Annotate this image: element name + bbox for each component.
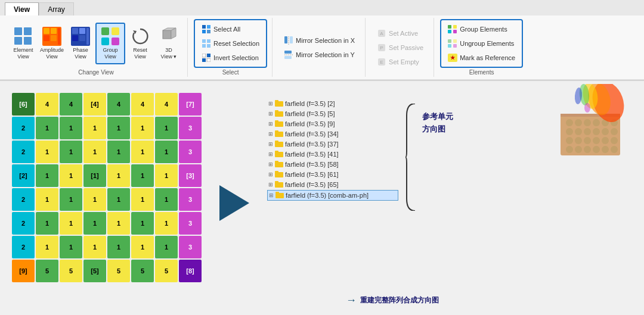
grid-cell[interactable]: 1 <box>131 188 154 211</box>
grid-cell[interactable]: 1 <box>60 188 82 211</box>
element-view-button[interactable]: ElementView <box>10 23 37 64</box>
grid-cell[interactable]: 1 <box>36 164 58 187</box>
grid-cell[interactable]: 3 <box>179 188 202 211</box>
3d-view-button[interactable]: 3DView ▾ <box>155 23 182 64</box>
tree-expand-icon[interactable]: ⊞ <box>268 141 273 147</box>
grid-cell[interactable]: 1 <box>83 117 106 139</box>
grid-cell[interactable]: 1 <box>83 188 106 211</box>
grid-cell[interactable]: 1 <box>83 236 106 258</box>
mark-as-reference-button[interactable]: ★ Mark as Reference <box>445 51 518 64</box>
grid-cell[interactable]: 3 <box>179 141 202 163</box>
grid-cell[interactable]: 1 <box>155 236 178 258</box>
grid-cell[interactable]: 1 <box>36 117 58 139</box>
set-passive-button[interactable]: P Set Passive <box>374 41 426 54</box>
grid-cell[interactable]: [6] <box>12 93 35 116</box>
grid-cell[interactable]: 2 <box>12 236 35 258</box>
grid-cell[interactable]: 1 <box>155 188 178 211</box>
grid-cell[interactable]: [4] <box>83 93 106 116</box>
grid-cell[interactable]: 1 <box>60 164 82 187</box>
grid-cell[interactable]: 1 <box>36 188 58 211</box>
grid-cell[interactable]: 1 <box>131 141 154 163</box>
grid-cell[interactable]: 1 <box>36 212 58 235</box>
grid-cell[interactable]: [7] <box>179 93 202 116</box>
tab-array[interactable]: Array <box>39 2 74 15</box>
tree-expand-icon[interactable]: ⊞ <box>268 171 273 177</box>
grid-cell[interactable]: 1 <box>107 212 130 235</box>
grid-cell[interactable]: 1 <box>60 236 82 258</box>
grid-cell[interactable]: 1 <box>155 212 178 235</box>
group-view-button[interactable]: GroupView <box>95 23 125 64</box>
grid-cell[interactable]: 1 <box>83 141 106 163</box>
set-empty-button[interactable]: E Set Empty <box>374 55 426 68</box>
tree-item[interactable]: ⊞ farfield (f=3.5) [comb-am-ph] <box>267 190 398 201</box>
grid-cell[interactable]: 1 <box>155 164 178 187</box>
ungroup-elements-button[interactable]: Ungroup Elements <box>445 37 518 50</box>
grid-cell[interactable]: 5 <box>36 260 58 282</box>
grid-cell[interactable]: 1 <box>131 164 154 187</box>
tree-item[interactable]: ⊞ farfield (f=3.5) [58] <box>267 160 398 169</box>
tree-expand-icon[interactable]: ⊞ <box>269 192 274 198</box>
grid-cell[interactable]: 4 <box>155 93 178 116</box>
tree-expand-icon[interactable]: ⊞ <box>268 161 273 167</box>
grid-cell[interactable]: 4 <box>107 93 130 116</box>
group-elements-button[interactable]: Group Elements <box>445 23 518 36</box>
mirror-y-button[interactable]: Mirror Selection in Y <box>281 48 358 61</box>
grid-cell[interactable]: [8] <box>179 260 202 282</box>
grid-cell[interactable]: 1 <box>60 141 82 163</box>
grid-cell[interactable]: 1 <box>131 117 154 139</box>
grid-cell[interactable]: [3] <box>179 164 202 187</box>
grid-cell[interactable]: 2 <box>12 117 35 139</box>
tree-expand-icon[interactable]: ⊞ <box>268 151 273 157</box>
reset-selection-button[interactable]: Reset Selection <box>199 37 262 50</box>
grid-cell[interactable]: 1 <box>83 212 106 235</box>
set-active-button[interactable]: A Set Active <box>374 27 426 40</box>
tree-item[interactable]: ⊞ farfield (f=3.5) [37] <box>267 139 398 149</box>
grid-cell[interactable]: 2 <box>12 141 35 163</box>
grid-cell[interactable]: 1 <box>60 212 82 235</box>
grid-cell[interactable]: 1 <box>131 236 154 258</box>
grid-cell[interactable]: 5 <box>155 260 178 282</box>
tree-expand-icon[interactable]: ⊞ <box>268 182 273 188</box>
grid-cell[interactable]: 5 <box>60 260 82 282</box>
grid-cell[interactable]: 1 <box>155 141 178 163</box>
tree-item[interactable]: ⊞ farfield (f=3.5) [9] <box>267 119 398 129</box>
grid-cell[interactable]: 1 <box>155 117 178 139</box>
grid-cell[interactable]: 4 <box>36 93 58 116</box>
grid-cell[interactable]: [2] <box>12 164 35 187</box>
tree-expand-icon[interactable]: ⊞ <box>268 121 273 127</box>
grid-cell[interactable]: 1 <box>36 141 58 163</box>
amplitude-view-button[interactable]: AmplitudeView <box>38 23 66 64</box>
tab-view[interactable]: View <box>5 2 39 15</box>
tree-item[interactable]: ⊞ farfield (f=3.5) [5] <box>267 109 398 118</box>
tree-expand-icon[interactable]: ⊞ <box>268 131 273 137</box>
grid-cell[interactable]: 3 <box>179 117 202 139</box>
grid-cell[interactable]: 1 <box>107 141 130 163</box>
grid-cell[interactable]: 3 <box>179 236 202 258</box>
tree-expand-icon[interactable]: ⊞ <box>268 101 273 107</box>
tree-item[interactable]: ⊞ farfield (f=3.5) [34] <box>267 129 398 139</box>
grid-cell[interactable]: 1 <box>107 236 130 258</box>
grid-cell[interactable]: 1 <box>60 117 82 139</box>
grid-cell[interactable]: 2 <box>12 188 35 211</box>
tree-expand-icon[interactable]: ⊞ <box>268 111 273 117</box>
grid-cell[interactable]: 5 <box>131 260 154 282</box>
grid-cell[interactable]: 5 <box>107 260 130 282</box>
mirror-x-button[interactable]: Mirror Selection in X <box>281 34 358 47</box>
grid-cell[interactable]: [5] <box>83 260 106 282</box>
grid-cell[interactable]: 4 <box>131 93 154 116</box>
tree-item[interactable]: ⊞ farfield (f=3.5) [65] <box>267 180 398 189</box>
invert-selection-button[interactable]: Invert Selection <box>199 51 262 64</box>
grid-cell[interactable]: 1 <box>107 188 130 211</box>
grid-cell[interactable]: 4 <box>60 93 82 116</box>
tree-item[interactable]: ⊞ farfield (f=3.5) [61] <box>267 170 398 179</box>
grid-cell[interactable]: 1 <box>107 164 130 187</box>
grid-cell[interactable]: 1 <box>36 236 58 258</box>
grid-cell[interactable]: [1] <box>83 164 106 187</box>
phase-view-button[interactable]: PhaseView <box>67 23 94 64</box>
reset-view-button[interactable]: ResetView <box>126 23 154 64</box>
grid-cell[interactable]: 1 <box>107 117 130 139</box>
select-all-button[interactable]: Select All <box>199 23 262 36</box>
tree-item[interactable]: ⊞ farfield (f=3.5) [2] <box>267 99 398 108</box>
grid-cell[interactable]: [9] <box>12 260 35 282</box>
grid-cell[interactable]: 3 <box>179 212 202 235</box>
